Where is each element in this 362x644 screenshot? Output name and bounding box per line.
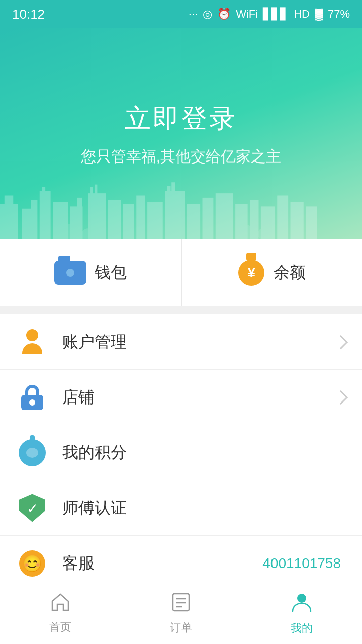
hd-label: HD — [294, 8, 310, 21]
status-icons: ··· ◎ ⏰ WiFi ▋▋▋ HD ▓ 77% — [189, 8, 350, 21]
lock-icon-shape — [21, 385, 43, 410]
status-bar: 10:12 ··· ◎ ⏰ WiFi ▋▋▋ HD ▓ 77% — [0, 0, 362, 28]
bottom-nav: 首页 订单 我的 — [0, 584, 362, 644]
mine-nav-label: 我的 — [291, 621, 313, 636]
balance-action[interactable]: ¥ 余额 — [182, 239, 363, 306]
hero-title: 立即登录 — [125, 101, 237, 136]
svg-rect-27 — [306, 206, 317, 239]
svg-rect-20 — [203, 198, 214, 239]
customer-label: 客服 — [62, 552, 262, 575]
customer-icon: 😊 — [16, 547, 48, 580]
svg-rect-10 — [90, 187, 93, 196]
menu-item-points[interactable]: 我的积分 — [0, 425, 362, 480]
wifi-icon: WiFi — [236, 8, 258, 21]
hero-banner: 立即登录 您只管幸福,其他交给亿家之主 — [0, 28, 362, 239]
moneybag-body: ¥ — [238, 260, 264, 286]
gps-icon: ◎ — [203, 8, 212, 21]
wallet-label: 钱包 — [95, 262, 127, 284]
svg-rect-25 — [277, 196, 288, 240]
nav-item-orders[interactable]: 订单 — [121, 584, 241, 644]
yuan-symbol: ¥ — [247, 265, 255, 281]
lock-body — [21, 395, 43, 410]
piggy-icon — [16, 437, 48, 469]
master-label: 师傅认证 — [62, 497, 346, 519]
battery-icon: ▓ — [315, 8, 323, 21]
svg-rect-3 — [31, 200, 37, 239]
wallet-icon-inner — [66, 269, 74, 277]
status-time: 10:12 — [12, 7, 45, 22]
moneybag-icon: ¥ — [237, 258, 265, 288]
svg-rect-5 — [42, 187, 45, 196]
menu-item-account[interactable]: 账户管理 — [0, 314, 362, 370]
alarm-icon: ⏰ — [217, 8, 231, 21]
store-label: 店铺 — [62, 386, 336, 409]
svg-rect-4 — [40, 191, 51, 239]
wallet-action[interactable]: 钱包 — [0, 239, 182, 306]
customer-icon-shape: 😊 — [19, 550, 45, 577]
svg-rect-1 — [5, 196, 14, 240]
svg-rect-13 — [123, 204, 134, 239]
quick-actions-row: 钱包 ¥ 余额 — [0, 239, 362, 306]
piggy-inner — [26, 448, 38, 458]
piggy-icon-shape — [19, 439, 46, 466]
nav-item-home[interactable]: 首页 — [0, 584, 121, 644]
svg-rect-19 — [187, 204, 200, 239]
customer-face: 😊 — [22, 554, 42, 573]
main-content: 立即登录 您只管幸福,其他交给亿家之主 钱包 ¥ 余额 — [0, 28, 362, 644]
orders-icon — [171, 593, 191, 616]
svg-rect-11 — [95, 185, 97, 196]
menu-item-customer[interactable]: 😊 客服 4001101758 — [0, 536, 362, 591]
signal-bars-icon: ▋▋▋ — [263, 8, 289, 21]
svg-rect-26 — [291, 202, 304, 239]
svg-rect-21 — [216, 193, 233, 239]
menu-item-master[interactable]: ✓ 师傅认证 — [0, 480, 362, 536]
battery-percent: 77% — [328, 8, 350, 21]
shield-icon: ✓ — [16, 492, 48, 524]
signal-dots: ··· — [189, 8, 198, 21]
svg-rect-16 — [165, 191, 185, 239]
svg-rect-18 — [171, 182, 175, 192]
chevron-icon — [334, 335, 348, 349]
nav-item-mine[interactable]: 我的 — [241, 584, 362, 644]
account-icon-shape — [19, 329, 45, 355]
mine-icon — [292, 592, 312, 617]
svg-rect-12 — [108, 200, 121, 239]
balance-label: 余额 — [274, 262, 306, 284]
customer-phone[interactable]: 4001101758 — [262, 555, 341, 572]
svg-rect-14 — [136, 196, 145, 240]
menu-item-store[interactable]: 店铺 — [0, 370, 362, 425]
shield-check: ✓ — [27, 500, 38, 516]
svg-rect-15 — [147, 202, 163, 239]
wallet-icon — [54, 261, 86, 285]
shield-icon-shape: ✓ — [19, 494, 45, 522]
home-icon — [50, 593, 70, 616]
svg-rect-17 — [167, 186, 171, 192]
svg-point-36 — [297, 594, 306, 603]
lock-icon — [16, 381, 48, 414]
points-label: 我的积分 — [62, 442, 346, 464]
hero-subtitle: 您只管幸福,其他交给亿家之主 — [81, 146, 281, 167]
lock-hole — [29, 399, 35, 406]
divider-1 — [0, 306, 362, 314]
lock-shackle — [25, 385, 39, 396]
chevron-icon — [334, 390, 348, 404]
orders-nav-label: 订单 — [170, 620, 192, 635]
account-label: 账户管理 — [62, 331, 336, 353]
home-nav-label: 首页 — [49, 620, 71, 635]
person-body — [22, 343, 42, 354]
person-icon — [16, 326, 48, 358]
person-head — [26, 329, 38, 341]
